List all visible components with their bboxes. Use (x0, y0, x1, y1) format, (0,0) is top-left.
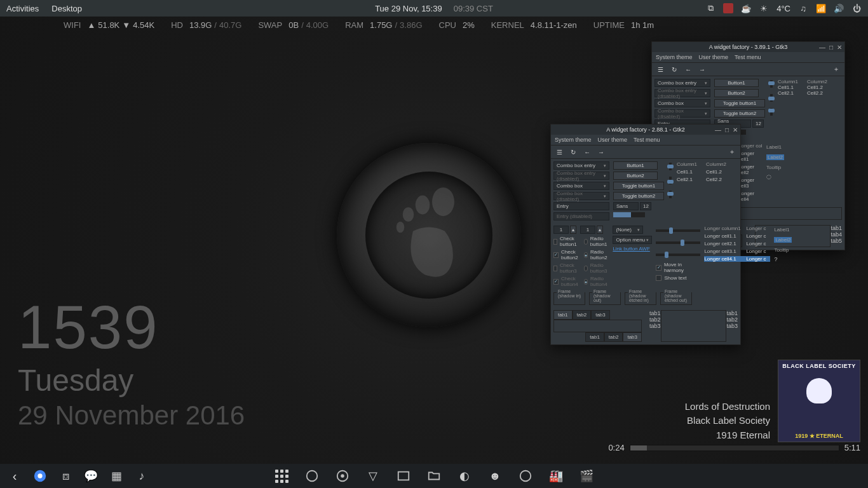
svg-point-6 (307, 471, 318, 482)
forward-icon[interactable]: → (698, 65, 707, 74)
add-icon[interactable]: ＋ (728, 147, 736, 156)
playback-progress: 0:24 5:11 (608, 443, 860, 452)
titlebar: A widget factory - 3.89.1 - Gtk3 —□✕ (652, 42, 844, 52)
toggle1[interactable]: Toggle button1 (714, 99, 765, 107)
alt-clock: 09:39 CST (454, 4, 493, 13)
hd-stat: HD 13.9G/40.7G (171, 20, 241, 30)
gnome-topbar: Activities Desktop Tue 29 Nov, 15:39 09:… (0, 0, 868, 17)
gnome-emblem (337, 143, 521, 327)
messenger-icon[interactable]: 💬 (83, 468, 99, 484)
clock[interactable]: Tue 29 Nov, 15:39 (375, 4, 442, 13)
brave-icon[interactable]: ▽ (365, 468, 381, 484)
chrome-app-icon[interactable] (304, 468, 320, 484)
combo-entry[interactable]: Combo box entry▾ (654, 79, 710, 87)
big-date: 29 November 2016 (18, 400, 245, 431)
kernel-stat: KERNEL 4.8.11-1-zen (491, 20, 577, 30)
network-icon[interactable]: 📶 (816, 3, 826, 13)
video-icon[interactable]: 🎬 (578, 468, 595, 484)
spinner-icon: ◌ (766, 173, 784, 180)
swap-stat: SWAP 0B/4.00G (258, 20, 329, 30)
maximize-icon[interactable]: □ (725, 126, 729, 133)
dock: ‹ ⧈ 💬 ▦ ♪ ▽ ◐ ☻ 🏭 🎬 (0, 464, 868, 488)
button1[interactable]: Button1 (714, 79, 759, 87)
music-player-icon[interactable]: ♪ (133, 468, 150, 484)
wifi-stat: WIFI ▲51.8K ▼4.54K (64, 20, 154, 30)
total-time: 5:11 (844, 443, 860, 452)
big-time: 1539 (18, 297, 245, 358)
toolbar: ☰ ↻ ← → ＋ (652, 63, 844, 76)
menubar: System theme User theme Test menu (652, 52, 844, 63)
back-icon[interactable]: ‹ (6, 468, 23, 484)
power-icon[interactable]: ⏻ (851, 3, 862, 13)
minimize-icon[interactable]: — (819, 44, 825, 51)
uptime-stat: UPTIME 1h 1m (593, 20, 654, 30)
minimize-icon[interactable]: — (715, 126, 721, 133)
notification-icon[interactable] (723, 3, 733, 13)
cpu-stat: CPU 2% (439, 20, 475, 30)
chrome-icon[interactable] (32, 468, 48, 484)
chromium-icon[interactable] (334, 468, 351, 484)
svg-point-10 (520, 471, 531, 482)
weather-icon[interactable]: ☀ (759, 3, 769, 13)
factory-icon[interactable]: 🏭 (548, 468, 564, 484)
now-playing-widget: Lords of Destruction Black Label Society… (685, 360, 860, 442)
vertical-sliders[interactable] (769, 79, 774, 117)
caffeine-icon[interactable]: ☕ (741, 3, 751, 13)
forward-icon[interactable]: → (597, 147, 606, 156)
workspace-icon[interactable]: ⧉ (705, 3, 715, 13)
awf-gtk2-window[interactable]: A widget factory - 2.88.1 - Gtk2 —□✕ Sys… (550, 124, 741, 345)
progress-bar[interactable] (630, 445, 839, 451)
elapsed-time: 0:24 (608, 443, 624, 452)
desktop-menu[interactable]: Desktop (51, 4, 82, 13)
open-icon[interactable]: ☰ (555, 147, 564, 156)
titlebar: A widget factory - 2.88.1 - Gtk2 —□✕ (551, 125, 740, 135)
svg-point-5 (37, 473, 42, 478)
svg-rect-9 (398, 472, 409, 480)
toggle2[interactable]: Toggle button2 (714, 109, 765, 118)
desktop-clock-widget: 1539 Tuesday 29 November 2016 (18, 297, 245, 431)
dropbox-icon[interactable]: ⧈ (57, 468, 74, 484)
open-icon[interactable]: ☰ (656, 65, 665, 74)
apps-grid-icon[interactable] (273, 468, 290, 484)
discord-icon[interactable]: ☻ (487, 468, 503, 484)
track-artist: Black Label Society (685, 414, 770, 428)
back-icon[interactable]: ← (684, 65, 693, 74)
conky-stats: WIFI ▲51.8K ▼4.54K HD 13.9G/40.7G SWAP 0… (64, 20, 843, 30)
refresh-icon[interactable]: ↻ (569, 147, 578, 156)
combo-disabled: Combo box (disabled)▾ (654, 109, 710, 118)
link-button[interactable]: Link button AWF (613, 246, 652, 252)
activities-button[interactable]: Activities (6, 4, 39, 13)
combo[interactable]: Combo box▾ (654, 99, 710, 107)
maximize-icon[interactable]: □ (829, 44, 833, 51)
svg-point-0 (432, 187, 454, 216)
back-icon[interactable]: ← (583, 147, 592, 156)
toggle-icon[interactable]: ◐ (456, 468, 473, 484)
terminal-icon[interactable] (395, 468, 412, 484)
big-day: Tuesday (18, 363, 245, 398)
album-art: BLACK LABEL SOCIETY 1919 ★ ETERNAL (778, 360, 860, 442)
button2[interactable]: Button2 (714, 89, 759, 97)
volume-icon[interactable]: 🔊 (834, 3, 844, 13)
close-icon[interactable]: ✕ (733, 126, 738, 133)
svg-point-1 (416, 196, 430, 215)
combo-entry-disabled: Combo box entry (disabled)▾ (654, 89, 710, 97)
refresh-icon[interactable]: ↻ (670, 65, 679, 74)
track-album: 1919 Eternal (685, 428, 770, 443)
help-icon: ? (774, 256, 792, 262)
music-icon[interactable]: ♫ (798, 3, 808, 13)
temperature[interactable]: 4°C (776, 4, 790, 13)
ram-stat: RAM 1.75G/3.86G (345, 20, 422, 30)
close-icon[interactable]: ✕ (837, 44, 842, 51)
svg-point-2 (403, 207, 414, 222)
app-icon[interactable]: ▦ (108, 468, 125, 484)
svg-point-8 (341, 474, 344, 478)
firefox-icon[interactable] (517, 468, 534, 484)
add-icon[interactable]: ＋ (832, 65, 841, 74)
svg-point-3 (397, 222, 405, 233)
files-icon[interactable] (426, 468, 442, 484)
track-title: Lords of Destruction (685, 400, 770, 414)
table: Column1Column2 Cell1.1Cell1.2 Cell2.1Cel… (778, 79, 831, 96)
spinbutton[interactable]: 1▴ (553, 226, 576, 234)
